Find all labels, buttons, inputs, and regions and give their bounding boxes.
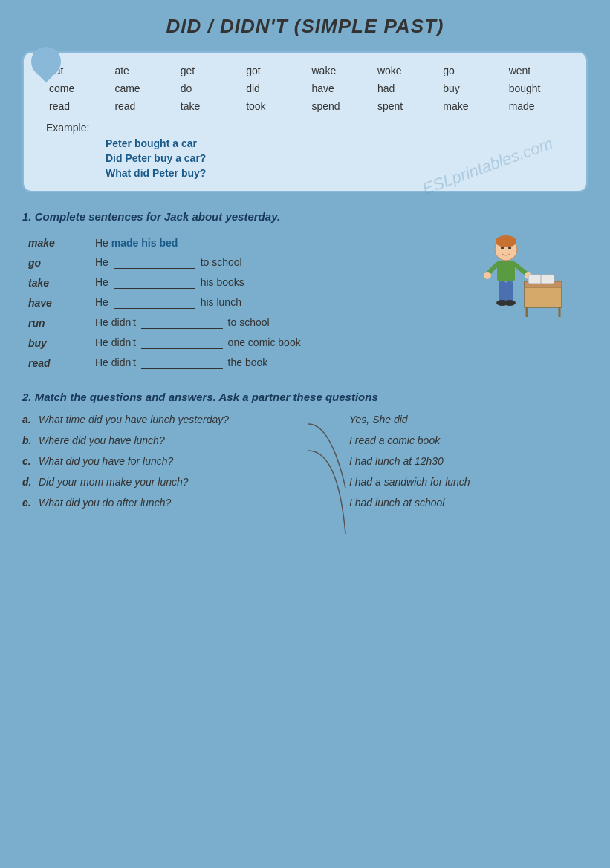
match-answer-5: I had lunch at school	[349, 497, 588, 509]
verb-cell: take	[22, 273, 89, 293]
page-title: DID / DIDN'T (SIMPLE PAST)	[22, 15, 588, 38]
vocab-word: bought	[506, 81, 571, 96]
verb-cell: make	[22, 233, 89, 252]
blank-field[interactable]	[114, 276, 195, 289]
match-question-a: What time did you have lunch yesterday?	[39, 414, 229, 425]
exercise1-container: make He made his bed go He to school tak…	[22, 233, 588, 373]
table-row: buy He didn't one comic book	[22, 333, 588, 353]
vocab-word: spent	[374, 99, 440, 114]
table-row: read He didn't the book	[22, 353, 588, 373]
boy-illustration	[484, 233, 565, 319]
match-q-item-c: c. What did you have for lunch?	[22, 455, 305, 467]
example-label: Example:	[46, 122, 89, 134]
match-question-c: What did you have for lunch?	[39, 455, 173, 467]
sentence-text: He made his bed	[95, 237, 178, 249]
verb-cell: go	[22, 252, 89, 273]
vocab-word: came	[111, 81, 177, 96]
blank-field[interactable]	[141, 356, 223, 369]
match-q-label-d: d.	[22, 476, 39, 488]
answers-column: Yes, She did I read a comic book I had l…	[349, 414, 588, 518]
vocab-word: went	[506, 63, 571, 78]
match-container: a. What time did you have lunch yesterda…	[22, 414, 588, 550]
vocab-word: come	[46, 81, 111, 96]
svg-point-6	[501, 247, 504, 249]
answer-made: made his bed	[111, 237, 178, 249]
vocab-word: took	[243, 99, 308, 114]
match-answer-2: I read a comic book	[349, 434, 588, 446]
vocab-word: ate	[111, 63, 177, 78]
example-line-3: What did Peter buy?	[106, 167, 571, 179]
example-line-1: Peter bought a car	[106, 137, 571, 149]
vocab-word: read	[111, 99, 177, 114]
blank-field[interactable]	[141, 336, 223, 349]
vocab-word: got	[243, 63, 308, 78]
questions-column: a. What time did you have lunch yesterda…	[22, 414, 305, 518]
verb-cell: buy	[22, 333, 89, 353]
svg-point-16	[504, 300, 516, 306]
verb-cell: run	[22, 313, 89, 333]
match-question-e: What did you do after lunch?	[39, 497, 171, 509]
vocab-word: had	[374, 81, 440, 96]
vocab-word: read	[46, 99, 111, 114]
vocab-word: do	[178, 81, 243, 96]
vocab-word: go	[440, 63, 505, 78]
vocab-grid: eat ate get got wake woke go went come c…	[46, 63, 571, 114]
match-answer-3: I had lunch at 12h30	[349, 455, 588, 467]
exercise2-heading: 2. Match the questions and answers. Ask …	[22, 391, 588, 403]
blank-field[interactable]	[114, 296, 195, 309]
verb-cell: have	[22, 293, 89, 313]
sentence-cell: He didn't one comic book	[89, 333, 588, 353]
vocab-word: have	[309, 81, 374, 96]
vocab-word: eat	[46, 63, 111, 78]
svg-rect-14	[506, 281, 513, 302]
match-answer-4: I had a sandwich for lunch	[349, 476, 588, 488]
exercise1-section: 1. Complete sentences for Jack about yes…	[22, 210, 588, 373]
connector-area	[305, 414, 349, 550]
match-q-label-a: a.	[22, 414, 39, 425]
match-q-label-c: c.	[22, 455, 39, 467]
match-q-label-e: e.	[22, 497, 39, 509]
vocab-word: woke	[374, 63, 440, 78]
example-line-2: Did Peter buy a car?	[106, 152, 571, 164]
example-section: Example: Peter bought a car Did Peter bu…	[46, 121, 571, 179]
exercise2-section: 2. Match the questions and answers. Ask …	[22, 391, 588, 550]
svg-rect-13	[499, 281, 506, 302]
vocab-word: did	[243, 81, 308, 96]
vocab-word: wake	[309, 63, 374, 78]
vocab-word: made	[506, 99, 571, 114]
match-q-item-b: b. Where did you have lunch?	[22, 434, 305, 446]
vocab-word: make	[440, 99, 505, 114]
vocab-word: spend	[309, 99, 374, 114]
vocab-box: eat ate get got wake woke go went come c…	[22, 51, 588, 192]
blank-field[interactable]	[114, 256, 195, 269]
svg-rect-8	[497, 261, 515, 281]
match-q-item-e: e. What did you do after lunch?	[22, 497, 305, 509]
svg-line-10	[515, 264, 527, 274]
exercise1-heading: 1. Complete sentences for Jack about yes…	[22, 210, 588, 223]
match-q-item-a: a. What time did you have lunch yesterda…	[22, 414, 305, 425]
match-answer-1: Yes, She did	[349, 414, 588, 425]
svg-point-11	[484, 272, 491, 279]
vocab-word: buy	[440, 81, 505, 96]
match-question-d: Did your mom make your lunch?	[39, 476, 189, 488]
sentence-cell: He didn't the book	[89, 353, 588, 373]
match-layout: a. What time did you have lunch yesterda…	[22, 414, 588, 550]
vocab-word: take	[178, 99, 243, 114]
verb-cell: read	[22, 353, 89, 373]
vocab-word: get	[178, 63, 243, 78]
match-q-label-b: b.	[22, 434, 39, 446]
svg-point-7	[508, 247, 511, 249]
blank-field[interactable]	[141, 316, 223, 329]
match-question-b: Where did you have lunch?	[39, 434, 165, 446]
svg-point-5	[496, 235, 516, 247]
match-q-item-d: d. Did your mom make your lunch?	[22, 476, 305, 488]
